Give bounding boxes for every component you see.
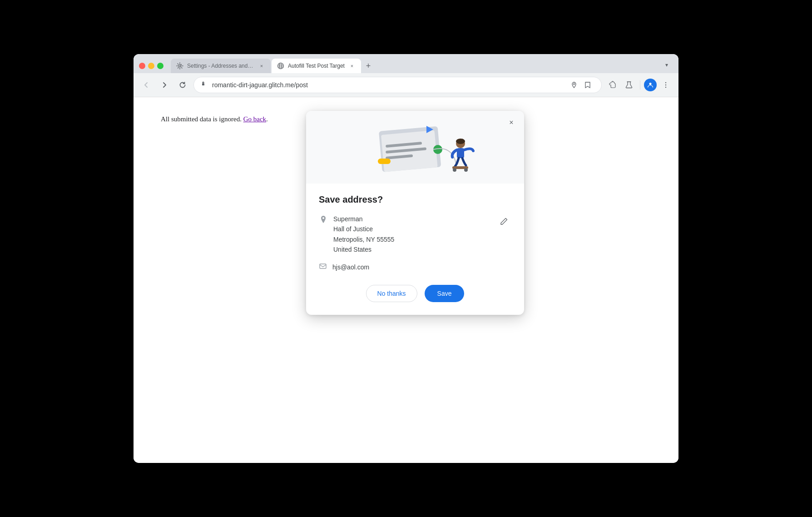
address-name: Superman: [333, 214, 491, 224]
url-display: romantic-dirt-jaguar.glitch.me/post: [212, 81, 564, 89]
popup-title: Save address?: [319, 194, 511, 205]
location-icon: [319, 215, 328, 226]
popup-close-button[interactable]: ×: [505, 116, 518, 129]
svg-point-13: [665, 85, 666, 85]
no-thanks-button[interactable]: No thanks: [366, 285, 417, 302]
nav-right-buttons: [605, 78, 673, 92]
email-icon: [319, 262, 327, 272]
popup-illustration: [306, 111, 524, 184]
nav-divider: [640, 80, 640, 89]
bookmark-button[interactable]: [581, 79, 594, 91]
address-city-state: Metropolis, NY 55555: [333, 234, 491, 244]
autofill-tab-close[interactable]: ×: [348, 62, 356, 70]
svg-point-12: [665, 82, 666, 83]
navigation-bar: romantic-dirt-jaguar.glitch.me/post: [134, 73, 678, 97]
forward-button[interactable]: [157, 78, 172, 92]
new-tab-button[interactable]: +: [362, 60, 375, 72]
svg-point-28: [464, 168, 468, 172]
address-info-section: Superman Hall of Justice Metropolis, NY …: [319, 214, 511, 255]
svg-rect-30: [320, 264, 326, 268]
illustration-svg: [342, 113, 488, 181]
svg-point-9: [574, 84, 575, 85]
tab-bar: Settings - Addresses and mo × Autofill T…: [171, 59, 657, 73]
traffic-lights: [139, 63, 163, 69]
save-address-popup: ×: [306, 111, 524, 315]
browser-window: Settings - Addresses and mo × Autofill T…: [134, 54, 678, 463]
tab-autofill[interactable]: Autofill Test Post Target ×: [272, 59, 361, 73]
profile-button[interactable]: [644, 79, 657, 91]
page-content: All submitted data is ignored. Go back. …: [134, 97, 678, 463]
back-arrow-icon: [142, 81, 150, 89]
save-button[interactable]: Save: [425, 285, 465, 302]
address-street: Hall of Justice: [333, 224, 491, 234]
tabs-dropdown-button[interactable]: ▾: [660, 59, 673, 71]
svg-point-29: [322, 217, 324, 219]
settings-tab-title: Settings - Addresses and mo: [187, 63, 254, 69]
edit-address-button[interactable]: [497, 214, 511, 229]
svg-rect-22: [378, 159, 391, 164]
globe-icon: [277, 62, 284, 70]
email-info-section: hjs@aol.com: [319, 262, 511, 272]
location-pin-button[interactable]: [568, 79, 580, 91]
autofill-tab-title: Autofill Test Post Target: [288, 63, 345, 69]
address-actions: [568, 79, 594, 91]
back-button[interactable]: [139, 78, 153, 92]
security-icon: [201, 81, 208, 89]
menu-button[interactable]: [659, 78, 673, 92]
svg-point-27: [453, 168, 456, 172]
go-back-link[interactable]: Go back: [243, 115, 266, 123]
address-country: United States: [333, 244, 491, 254]
tab-settings[interactable]: Settings - Addresses and mo ×: [171, 59, 271, 73]
popup-body: Save address? Superman Hall of Justice M…: [306, 184, 524, 315]
close-traffic-light[interactable]: [139, 63, 145, 69]
lab-button[interactable]: [622, 78, 636, 92]
page-text-static: All submitted data is ignored.: [161, 115, 242, 123]
settings-tab-close[interactable]: ×: [258, 62, 265, 70]
maximize-traffic-light[interactable]: [157, 63, 163, 69]
svg-point-11: [649, 83, 652, 85]
svg-rect-7: [202, 84, 204, 85]
svg-point-14: [665, 87, 666, 88]
email-display: hjs@aol.com: [332, 263, 369, 271]
refresh-button[interactable]: [175, 78, 190, 92]
minimize-traffic-light[interactable]: [148, 63, 154, 69]
extensions-button[interactable]: [605, 78, 620, 92]
popup-actions: No thanks Save: [319, 285, 511, 302]
forward-arrow-icon: [160, 81, 168, 89]
address-details: Superman Hall of Justice Metropolis, NY …: [333, 214, 491, 255]
refresh-icon: [178, 81, 187, 89]
title-bar: Settings - Addresses and mo × Autofill T…: [134, 54, 678, 73]
address-bar[interactable]: romantic-dirt-jaguar.glitch.me/post: [193, 77, 602, 93]
gear-icon: [176, 62, 183, 70]
svg-point-24: [456, 139, 465, 144]
